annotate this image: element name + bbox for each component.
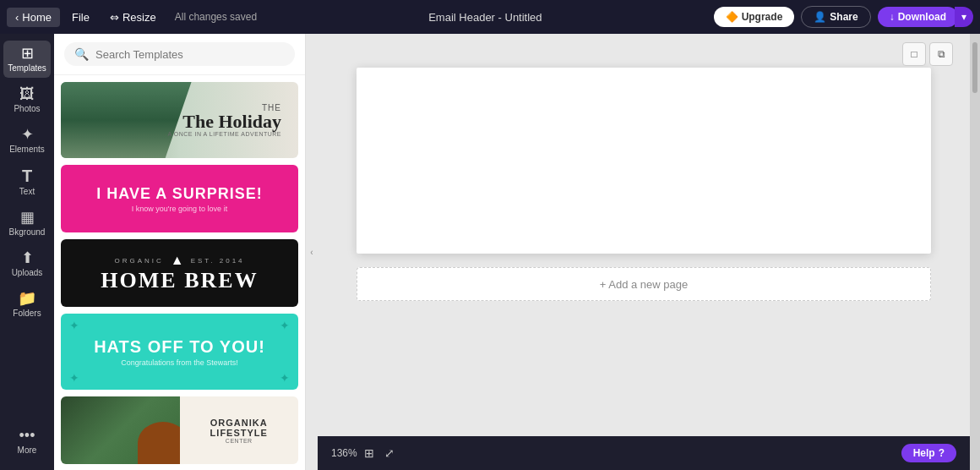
homebrew-organic: ORGANIC — [114, 257, 163, 265]
homebrew-title: HOME BREW — [101, 268, 258, 293]
share-icon: 👤 — [814, 11, 826, 23]
search-input-wrap: 🔍 — [64, 42, 295, 66]
holiday-title: The Holiday — [168, 112, 281, 131]
sidebar-photos-label: Photos — [14, 104, 40, 113]
holiday-subtitle-bottom: A ONCE IN A LIFETIME ADVENTURE — [168, 131, 281, 137]
holiday-text: THE The Holiday A ONCE IN A LIFETIME ADV… — [168, 103, 281, 137]
canvas-copy-button[interactable]: ⧉ — [929, 42, 953, 66]
sidebar-templates-label: Templates — [8, 63, 46, 73]
sidebar-elements-label: Elements — [9, 145, 45, 154]
uploads-icon: ⬆ — [21, 250, 34, 265]
templates-icon: ⊞ — [21, 46, 34, 61]
more-icon: ••• — [19, 428, 35, 443]
templates-panel: 🔍 THE The Holiday A ONCE IN A LIFETIME A… — [54, 34, 306, 470]
zoom-level: 136% — [331, 447, 357, 459]
templates-scroll: THE The Holiday A ONCE IN A LIFETIME ADV… — [54, 75, 305, 470]
search-icon: 🔍 — [74, 47, 89, 61]
organika-bowl — [138, 422, 180, 464]
sidebar-item-elements[interactable]: ✦ Elements — [3, 122, 51, 159]
fullscreen-button[interactable]: ⤢ — [381, 443, 398, 463]
template-card-holiday[interactable]: THE The Holiday A ONCE IN A LIFETIME ADV… — [61, 82, 298, 158]
bottom-left: 136% ⊞ ⤢ — [331, 443, 398, 463]
copy-icon: ⧉ — [938, 48, 945, 60]
sidebar: ⊞ Templates 🖼 Photos ✦ Elements T Text ▦… — [0, 34, 54, 470]
hatsoff-deco-br: ✦ — [280, 371, 290, 385]
help-button[interactable]: Help ? — [901, 444, 956, 462]
surprise-triangle — [170, 231, 190, 232]
sidebar-item-more[interactable]: ••• More — [3, 423, 51, 460]
sidebar-item-background[interactable]: ▦ Bkground — [3, 205, 51, 242]
help-icon: ? — [939, 447, 945, 459]
canvas-note-button[interactable]: □ — [902, 42, 926, 66]
hatsoff-deco-tr: ✦ — [280, 319, 290, 332]
search-bar: 🔍 — [54, 34, 305, 75]
right-scrollbar[interactable] — [970, 34, 980, 470]
collapse-arrow-icon: ‹ — [310, 248, 313, 257]
home-label: Home — [22, 11, 52, 24]
canvas-page[interactable] — [357, 68, 931, 254]
sidebar-more-label: More — [18, 445, 37, 455]
chevron-left-icon: ‹ — [15, 11, 19, 24]
homebrew-est: EST. 2014 — [191, 257, 245, 265]
bottom-right: Help ? — [901, 444, 956, 462]
resize-button[interactable]: ⇔ Resize — [101, 8, 165, 27]
template-card-hatsoff[interactable]: ✦ ✦ ✦ ✦ HATS OFF TO YOU! Congratulations… — [61, 314, 298, 390]
nav-right-actions: 🔶 Upgrade 👤 Share ↓ Download ▾ — [714, 6, 973, 28]
download-button[interactable]: ↓ Download — [878, 7, 958, 27]
canvas-area: □ ⧉ + Add a new page 136% ⊞ ⤢ — [318, 34, 970, 470]
template-card-organika[interactable]: ORGANIKA LIFESTYLE CENTER — [61, 396, 298, 464]
note-icon: □ — [911, 48, 917, 60]
canvas-controls: □ ⧉ — [902, 42, 953, 66]
hatsoff-deco-tl: ✦ — [69, 319, 79, 332]
text-icon: T — [22, 167, 32, 184]
elements-icon: ✦ — [21, 127, 34, 142]
sidebar-item-photos[interactable]: 🖼 Photos — [3, 81, 51, 118]
background-icon: ▦ — [20, 210, 35, 225]
organika-line2: CENTER — [226, 438, 253, 444]
upgrade-icon: 🔶 — [726, 11, 738, 23]
photos-icon: 🖼 — [19, 86, 35, 101]
file-button[interactable]: File — [63, 8, 98, 27]
sidebar-uploads-label: Uploads — [12, 268, 43, 277]
resize-icon: ⇔ — [110, 11, 119, 24]
download-caret-button[interactable]: ▾ — [955, 7, 973, 27]
search-input[interactable] — [95, 48, 285, 61]
sidebar-item-text[interactable]: T Text — [3, 162, 51, 201]
home-button[interactable]: ‹ Home — [7, 8, 60, 27]
organika-bg-image — [61, 396, 180, 464]
canvas-scroll: □ ⧉ + Add a new page — [318, 34, 970, 436]
hatsoff-title: HATS OFF TO YOU! — [94, 337, 265, 357]
download-label: Download — [898, 11, 946, 23]
grid-icon: ⊞ — [364, 446, 374, 460]
organika-text: ORGANIKA LIFESTYLE CENTER — [180, 396, 299, 464]
help-label: Help — [913, 447, 935, 459]
add-page-button[interactable]: + Add a new page — [357, 267, 931, 301]
download-icon: ↓ — [890, 11, 895, 23]
surprise-subtitle: I know you're going to love it — [132, 205, 227, 213]
share-button[interactable]: 👤 Share — [801, 6, 870, 28]
grid-view-button[interactable]: ⊞ — [361, 443, 378, 463]
sidebar-item-uploads[interactable]: ⬆ Uploads — [3, 245, 51, 282]
add-page-label: + Add a new page — [600, 278, 688, 291]
save-status: All changes saved — [175, 11, 257, 23]
organika-name: ORGANIKA — [210, 418, 268, 428]
top-navigation: ‹ Home File ⇔ Resize All changes saved E… — [0, 0, 980, 34]
document-title: Email Header - Untitled — [428, 11, 542, 24]
bottom-bar: 136% ⊞ ⤢ Help ? — [318, 436, 970, 470]
download-group: ↓ Download ▾ — [878, 7, 973, 27]
upgrade-button[interactable]: 🔶 Upgrade — [714, 7, 795, 27]
upgrade-label: Upgrade — [742, 11, 783, 23]
sidebar-item-folders[interactable]: 📁 Folders — [3, 286, 51, 323]
template-card-homebrew[interactable]: ORGANIC ▲ EST. 2014 HOME BREW — [61, 239, 298, 307]
surprise-title: I HAVE A SURPRISE! — [96, 185, 262, 203]
template-card-surprise[interactable]: I HAVE A SURPRISE! I know you're going t… — [61, 165, 298, 232]
folders-icon: 📁 — [18, 291, 36, 306]
file-label: File — [72, 11, 90, 24]
fullscreen-icon: ⤢ — [384, 446, 395, 460]
share-label: Share — [830, 11, 858, 23]
panel-collapse-handle[interactable]: ‹ — [306, 34, 318, 470]
organika-line1: LIFESTYLE — [210, 428, 268, 438]
resize-label: Resize — [122, 11, 156, 24]
sidebar-item-templates[interactable]: ⊞ Templates — [3, 41, 51, 78]
hatsoff-subtitle: Congratulations from the Stewarts! — [121, 358, 238, 367]
